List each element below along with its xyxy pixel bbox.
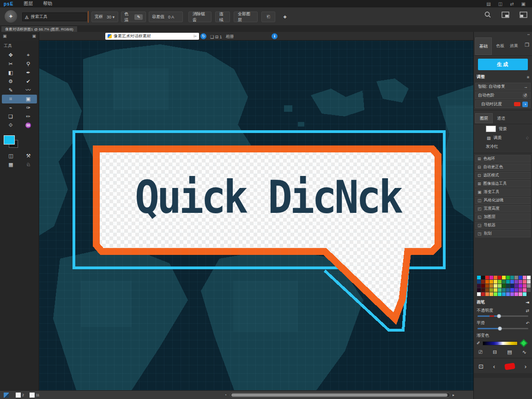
color-swatch[interactable] xyxy=(481,288,485,292)
frame-icon[interactable]: ⊡ xyxy=(478,363,484,370)
color-swatch[interactable] xyxy=(494,292,497,296)
color-swatch[interactable] xyxy=(502,284,506,288)
color-swatch[interactable] xyxy=(519,288,522,292)
document-tab[interactable]: 像素对话框拼图1 @ 66.7% (图层, RGB/8) xyxy=(1,26,77,32)
clipboard-button[interactable]: ⎗ xyxy=(261,12,275,22)
color-swatch[interactable] xyxy=(498,284,502,288)
opacity-slider[interactable] xyxy=(478,315,528,317)
color-swatch[interactable] xyxy=(510,280,514,284)
color-swatch[interactable] xyxy=(494,288,497,292)
menu-item-2[interactable]: 帮助 xyxy=(43,0,52,7)
color-swatch[interactable] xyxy=(485,284,489,288)
color-swatch[interactable] xyxy=(527,276,531,279)
color-swatch[interactable] xyxy=(514,276,518,279)
color-swatch[interactable] xyxy=(523,288,526,292)
color-swatch[interactable] xyxy=(523,284,526,288)
color-swatch[interactable] xyxy=(506,276,510,279)
color-swatch[interactable] xyxy=(498,288,502,292)
tab-swatches[interactable]: 色板 xyxy=(496,43,504,49)
opacity-slider-handle[interactable] xyxy=(497,314,501,318)
action-row[interactable]: ◳别划 xyxy=(475,230,531,237)
color-swatch[interactable] xyxy=(485,280,489,284)
tool-icon[interactable]: ✎ xyxy=(2,86,19,95)
blend-row[interactable]: ▨ 调质 ♢ xyxy=(474,133,532,142)
tool-icon[interactable]: ✂ xyxy=(2,60,19,68)
smooth-slider[interactable] xyxy=(478,328,528,329)
menu-item-1[interactable]: 图层 xyxy=(24,0,33,7)
color-swatch[interactable] xyxy=(494,284,497,288)
brush-menu-icon[interactable]: ⇥ xyxy=(526,300,529,305)
tool-icon[interactable]: ✒ xyxy=(19,68,37,77)
workspace-icon[interactable]: ▣ xyxy=(521,1,526,6)
color-swatch[interactable] xyxy=(519,292,522,296)
tool-icon[interactable]: ✑ xyxy=(19,103,37,112)
color-swatch[interactable] xyxy=(494,276,497,279)
sync-icon[interactable]: ⇄ xyxy=(510,1,514,6)
search-icon[interactable] xyxy=(484,11,491,18)
auto-fix-row[interactable]: 智能: 自动修复 → xyxy=(475,83,531,91)
action-row[interactable]: ◱加图层 xyxy=(475,213,531,221)
color-swatch[interactable] xyxy=(510,284,514,288)
tool-icon[interactable]: ♘ xyxy=(20,160,37,169)
color-swatch[interactable] xyxy=(506,284,510,288)
panel-layout-alt-icon[interactable] xyxy=(520,12,527,18)
color-swatch[interactable] xyxy=(490,284,493,288)
color-swatch[interactable] xyxy=(514,292,518,296)
panel-layout-icon[interactable] xyxy=(502,12,509,18)
color-swatch[interactable] xyxy=(481,280,485,284)
horizontal-scrollbar-thumb[interactable] xyxy=(231,393,447,397)
action-row[interactable]: ⊞色相环 xyxy=(475,155,531,163)
next-button[interactable]: › xyxy=(525,363,526,370)
cloud-icon[interactable]: ◫ xyxy=(498,1,502,6)
color-swatch[interactable] xyxy=(490,276,493,279)
color-swatch[interactable] xyxy=(527,288,531,292)
tab-effects[interactable]: 效果 xyxy=(510,43,518,49)
color-swatch[interactable] xyxy=(481,284,485,288)
color-swatch[interactable] xyxy=(494,280,497,284)
tool-icon[interactable]: ⚙ xyxy=(2,77,19,86)
layer-thumbnail[interactable] xyxy=(486,126,496,132)
color-swatch[interactable] xyxy=(502,280,506,284)
color-swatch[interactable] xyxy=(481,292,485,296)
color-swatch[interactable] xyxy=(485,292,489,296)
color-swatch[interactable] xyxy=(485,276,489,279)
tool-search-field[interactable]: ◬ 搜索工具 xyxy=(22,12,87,21)
color-swatch[interactable] xyxy=(519,284,522,288)
antialias-button[interactable]: 消除锯齿 xyxy=(188,12,212,22)
color-swatch[interactable] xyxy=(485,288,489,292)
color-swatch[interactable] xyxy=(498,292,502,296)
tolerance-option-group[interactable]: 容差值 0 A xyxy=(149,12,183,22)
tool-icon[interactable]: ▦ xyxy=(2,160,20,169)
slider1-icon[interactable]: ⇄ xyxy=(526,308,529,313)
action-row[interactable]: ▣渐变工具 xyxy=(475,188,531,196)
tool-icon[interactable]: ⌁ xyxy=(2,103,19,112)
color-swatch[interactable] xyxy=(519,276,522,279)
gradient-bar[interactable] xyxy=(483,341,518,345)
tool-icon[interactable]: ❏ xyxy=(2,112,19,121)
action-row[interactable]: ◫风格化滤镜 xyxy=(475,197,531,204)
scroll-left-icon[interactable]: ◔ xyxy=(224,393,227,397)
collapse-right-icon[interactable]: ▣ xyxy=(32,34,36,38)
all-layers-button[interactable]: 全部图层 xyxy=(234,12,258,22)
prev-button[interactable]: ‹ xyxy=(493,363,495,370)
tool-icon[interactable]: ⚲ xyxy=(19,60,37,68)
tool-icon[interactable]: ⌗ xyxy=(2,95,19,103)
auto-levels-row[interactable]: 自动色阶 ↺ xyxy=(475,91,531,99)
color-swatch[interactable] xyxy=(502,276,506,279)
asset-search-input[interactable]: 像素艺术对话框素材 ⌲ xyxy=(105,33,199,40)
lock-diamond-icon[interactable]: ♢ xyxy=(526,136,529,140)
color-swatch[interactable] xyxy=(523,292,526,296)
tool-icon[interactable]: ✥ xyxy=(2,51,19,60)
color-swatch[interactable] xyxy=(519,280,522,284)
color-swatch[interactable] xyxy=(527,284,531,288)
tool-icon[interactable]: ♒ xyxy=(19,121,37,130)
color-swatch[interactable] xyxy=(477,288,481,292)
foreground-color-swatch[interactable] xyxy=(4,135,15,145)
tolerance-value[interactable]: 0 A xyxy=(168,15,174,19)
action-row[interactable]: ⊠图像描边工具 xyxy=(475,180,531,187)
slider2-icon[interactable]: ↶ xyxy=(526,321,529,326)
color-swatch[interactable] xyxy=(527,292,531,296)
tool-icon[interactable]: 〰 xyxy=(19,86,37,95)
color-swatch[interactable] xyxy=(502,288,506,292)
panel-window-icon[interactable]: ❐ xyxy=(525,42,529,48)
